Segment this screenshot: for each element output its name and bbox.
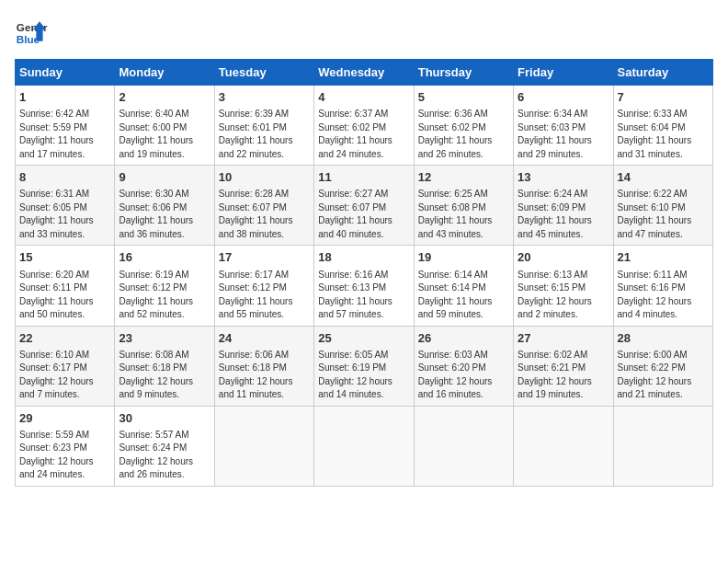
- table-row: 16Sunrise: 6:19 AMSunset: 6:12 PMDayligh…: [115, 246, 214, 326]
- day-info: Sunrise: 6:17 AMSunset: 6:12 PMDaylight:…: [219, 269, 310, 322]
- day-info: Sunrise: 6:40 AMSunset: 6:00 PMDaylight:…: [119, 108, 210, 161]
- day-info: Sunrise: 6:13 AMSunset: 6:15 PMDaylight:…: [518, 269, 609, 322]
- day-number: 25: [318, 330, 409, 347]
- day-number: 15: [19, 249, 110, 266]
- table-row: [514, 406, 613, 486]
- day-number: 23: [119, 330, 210, 347]
- day-number: 26: [418, 330, 509, 347]
- table-row: 18Sunrise: 6:16 AMSunset: 6:13 PMDayligh…: [314, 246, 414, 326]
- day-number: 8: [19, 169, 110, 186]
- day-number: 12: [418, 169, 509, 186]
- table-row: 23Sunrise: 6:08 AMSunset: 6:18 PMDayligh…: [115, 326, 214, 406]
- table-row: 8Sunrise: 6:31 AMSunset: 6:05 PMDaylight…: [16, 166, 115, 246]
- day-number: 5: [418, 89, 509, 106]
- table-row: [214, 406, 313, 486]
- day-info: Sunrise: 6:24 AMSunset: 6:09 PMDaylight:…: [518, 188, 609, 241]
- day-info: Sunrise: 6:34 AMSunset: 6:03 PMDaylight:…: [518, 108, 609, 161]
- table-row: 25Sunrise: 6:05 AMSunset: 6:19 PMDayligh…: [314, 326, 414, 406]
- day-info: Sunrise: 6:39 AMSunset: 6:01 PMDaylight:…: [219, 108, 310, 161]
- table-row: 30Sunrise: 5:57 AMSunset: 6:24 PMDayligh…: [115, 406, 214, 486]
- table-row: 29Sunrise: 5:59 AMSunset: 6:23 PMDayligh…: [16, 406, 115, 486]
- day-number: 19: [418, 249, 509, 266]
- day-info: Sunrise: 6:19 AMSunset: 6:12 PMDaylight:…: [119, 269, 210, 322]
- table-row: 13Sunrise: 6:24 AMSunset: 6:09 PMDayligh…: [514, 166, 613, 246]
- table-row: 6Sunrise: 6:34 AMSunset: 6:03 PMDaylight…: [514, 86, 613, 166]
- table-row: 19Sunrise: 6:14 AMSunset: 6:14 PMDayligh…: [414, 246, 513, 326]
- day-number: 2: [119, 89, 210, 106]
- day-number: 13: [518, 169, 609, 186]
- day-number: 18: [318, 249, 409, 266]
- day-number: 1: [19, 89, 110, 106]
- table-row: 28Sunrise: 6:00 AMSunset: 6:22 PMDayligh…: [613, 326, 712, 406]
- day-number: 9: [119, 169, 210, 186]
- day-number: 6: [518, 89, 609, 106]
- table-row: 10Sunrise: 6:28 AMSunset: 6:07 PMDayligh…: [214, 166, 313, 246]
- dow-saturday: Saturday: [613, 60, 712, 86]
- table-row: 2Sunrise: 6:40 AMSunset: 6:00 PMDaylight…: [115, 86, 214, 166]
- day-number: 20: [518, 249, 609, 266]
- dow-tuesday: Tuesday: [214, 60, 313, 86]
- day-number: 28: [618, 330, 709, 347]
- day-number: 11: [318, 169, 409, 186]
- table-row: 9Sunrise: 6:30 AMSunset: 6:06 PMDaylight…: [115, 166, 214, 246]
- day-info: Sunrise: 6:03 AMSunset: 6:20 PMDaylight:…: [418, 349, 509, 402]
- logo: General Blue: [15, 15, 48, 48]
- table-row: [314, 406, 414, 486]
- page-header: General Blue: [15, 15, 713, 48]
- day-number: 29: [19, 410, 110, 427]
- table-row: [414, 406, 513, 486]
- table-row: 3Sunrise: 6:39 AMSunset: 6:01 PMDaylight…: [214, 86, 313, 166]
- table-row: 4Sunrise: 6:37 AMSunset: 6:02 PMDaylight…: [314, 86, 414, 166]
- day-info: Sunrise: 6:22 AMSunset: 6:10 PMDaylight:…: [618, 188, 709, 241]
- day-info: Sunrise: 6:31 AMSunset: 6:05 PMDaylight:…: [19, 188, 110, 241]
- day-info: Sunrise: 6:02 AMSunset: 6:21 PMDaylight:…: [518, 349, 609, 402]
- dow-monday: Monday: [115, 60, 214, 86]
- day-number: 16: [119, 249, 210, 266]
- day-number: 17: [219, 249, 310, 266]
- day-info: Sunrise: 6:06 AMSunset: 6:18 PMDaylight:…: [219, 349, 310, 402]
- table-row: 20Sunrise: 6:13 AMSunset: 6:15 PMDayligh…: [514, 246, 613, 326]
- dow-sunday: Sunday: [16, 60, 115, 86]
- day-number: 30: [119, 410, 210, 427]
- day-info: Sunrise: 6:20 AMSunset: 6:11 PMDaylight:…: [19, 269, 110, 322]
- day-number: 22: [19, 330, 110, 347]
- day-info: Sunrise: 6:05 AMSunset: 6:19 PMDaylight:…: [318, 349, 409, 402]
- day-info: Sunrise: 6:28 AMSunset: 6:07 PMDaylight:…: [219, 188, 310, 241]
- day-info: Sunrise: 6:30 AMSunset: 6:06 PMDaylight:…: [119, 188, 210, 241]
- table-row: 7Sunrise: 6:33 AMSunset: 6:04 PMDaylight…: [613, 86, 712, 166]
- day-info: Sunrise: 6:00 AMSunset: 6:22 PMDaylight:…: [618, 349, 709, 402]
- day-number: 4: [318, 89, 409, 106]
- day-info: Sunrise: 6:10 AMSunset: 6:17 PMDaylight:…: [19, 349, 110, 402]
- day-info: Sunrise: 6:37 AMSunset: 6:02 PMDaylight:…: [318, 108, 409, 161]
- calendar-table: SundayMondayTuesdayWednesdayThursdayFrid…: [15, 59, 713, 487]
- table-row: [613, 406, 712, 486]
- day-number: 21: [618, 249, 709, 266]
- day-info: Sunrise: 6:08 AMSunset: 6:18 PMDaylight:…: [119, 349, 210, 402]
- table-row: 11Sunrise: 6:27 AMSunset: 6:07 PMDayligh…: [314, 166, 414, 246]
- day-number: 14: [618, 169, 709, 186]
- day-info: Sunrise: 6:14 AMSunset: 6:14 PMDaylight:…: [418, 269, 509, 322]
- day-info: Sunrise: 6:42 AMSunset: 5:59 PMDaylight:…: [19, 108, 110, 161]
- table-row: 24Sunrise: 6:06 AMSunset: 6:18 PMDayligh…: [214, 326, 313, 406]
- table-row: 22Sunrise: 6:10 AMSunset: 6:17 PMDayligh…: [16, 326, 115, 406]
- day-info: Sunrise: 6:25 AMSunset: 6:08 PMDaylight:…: [418, 188, 509, 241]
- day-number: 24: [219, 330, 310, 347]
- day-info: Sunrise: 6:33 AMSunset: 6:04 PMDaylight:…: [618, 108, 709, 161]
- table-row: 12Sunrise: 6:25 AMSunset: 6:08 PMDayligh…: [414, 166, 513, 246]
- dow-friday: Friday: [514, 60, 613, 86]
- day-info: Sunrise: 6:16 AMSunset: 6:13 PMDaylight:…: [318, 269, 409, 322]
- table-row: 26Sunrise: 6:03 AMSunset: 6:20 PMDayligh…: [414, 326, 513, 406]
- day-number: 3: [219, 89, 310, 106]
- table-row: 15Sunrise: 6:20 AMSunset: 6:11 PMDayligh…: [16, 246, 115, 326]
- table-row: 27Sunrise: 6:02 AMSunset: 6:21 PMDayligh…: [514, 326, 613, 406]
- table-row: 5Sunrise: 6:36 AMSunset: 6:02 PMDaylight…: [414, 86, 513, 166]
- day-info: Sunrise: 6:11 AMSunset: 6:16 PMDaylight:…: [618, 269, 709, 322]
- day-info: Sunrise: 5:57 AMSunset: 6:24 PMDaylight:…: [119, 429, 210, 482]
- day-info: Sunrise: 6:27 AMSunset: 6:07 PMDaylight:…: [318, 188, 409, 241]
- day-number: 7: [618, 89, 709, 106]
- table-row: 14Sunrise: 6:22 AMSunset: 6:10 PMDayligh…: [613, 166, 712, 246]
- logo-icon: General Blue: [15, 15, 48, 48]
- table-row: 17Sunrise: 6:17 AMSunset: 6:12 PMDayligh…: [214, 246, 313, 326]
- table-row: 1Sunrise: 6:42 AMSunset: 5:59 PMDaylight…: [16, 86, 115, 166]
- day-number: 10: [219, 169, 310, 186]
